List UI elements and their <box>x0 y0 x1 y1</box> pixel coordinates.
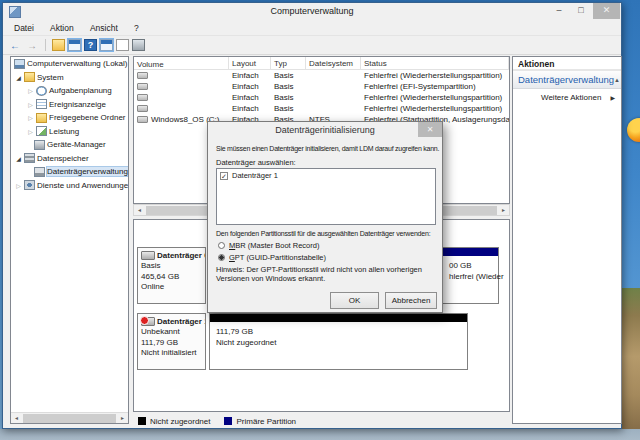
actions-section-disk-management[interactable]: Datenträgerverwaltung ▲ <box>513 71 621 89</box>
cancel-button[interactable]: Abbrechen <box>385 292 437 309</box>
disk1-label-box[interactable]: Datenträger 1 Unbekannt 111,79 GB Nicht … <box>137 313 206 370</box>
volume-icon <box>137 83 148 90</box>
table-row[interactable]: Einfach Basis Fehlerfrei (Wiederherstell… <box>134 92 509 103</box>
tree-item-event-viewer[interactable]: ▷ Ereignisanzeige <box>11 98 128 112</box>
toolbar: ← → ? <box>3 36 621 55</box>
more-actions-item[interactable]: Weitere Aktionen ▶ <box>513 89 621 105</box>
scroll-right-icon[interactable]: ► <box>498 207 509 213</box>
actions-header: Aktionen <box>513 57 621 71</box>
volume-icon <box>137 116 148 123</box>
volume-icon <box>137 94 148 101</box>
tree-item-device-manager[interactable]: Geräte-Manager <box>11 138 128 152</box>
menu-datei[interactable]: Datei <box>7 21 41 33</box>
dialog-close-icon[interactable]: ✕ <box>418 122 442 137</box>
menu-help[interactable]: ? <box>127 21 146 33</box>
expander-collapsed-icon[interactable]: ▷ <box>15 182 22 189</box>
console-tree-pane: Computerverwaltung (Lokal) ◢ System ▷ Au… <box>10 56 129 424</box>
shared-folder-icon <box>36 113 47 123</box>
dialog-message: Sie müssen einen Datenträger initialisie… <box>216 145 439 152</box>
expander-collapsed-icon[interactable]: ▷ <box>27 128 34 135</box>
col-typ[interactable]: Typ <box>271 57 306 69</box>
col-dateisystem[interactable]: Dateisystem <box>306 57 361 69</box>
disk-management-icon[interactable] <box>132 39 145 51</box>
select-disk-label: Datenträger auswählen: <box>216 158 296 167</box>
tree-item-performance[interactable]: ▷ Leistung <box>11 125 128 139</box>
event-log-icon <box>36 99 47 109</box>
tree-item-storage[interactable]: ◢ Datenspeicher <box>11 152 128 166</box>
device-manager-icon <box>34 140 45 150</box>
maximize-button[interactable]: □ <box>571 3 591 19</box>
disk-select-list[interactable]: ✓ Datenträger 1 <box>216 168 436 225</box>
disk1-partition-strip[interactable]: 111,79 GB Nicht zugeordnet <box>209 313 468 370</box>
clock-icon <box>36 86 47 96</box>
window-title: Computerverwaltung <box>3 6 621 16</box>
disk-drive-warning-icon <box>141 317 155 326</box>
disk0-partition-status-fragment: hlerfrei (Wieder <box>449 271 504 282</box>
up-level-icon[interactable] <box>52 39 65 51</box>
table-row[interactable]: Einfach Basis Fehlerfrei (Wiederherstell… <box>134 70 509 81</box>
col-layout[interactable]: Layout <box>229 57 271 69</box>
expander-collapsed-icon[interactable]: ▷ <box>27 87 34 94</box>
help-icon[interactable]: ? <box>84 39 97 51</box>
expander-expanded-icon[interactable]: ◢ <box>15 74 22 81</box>
radio-selected-icon[interactable] <box>218 254 225 261</box>
table-row[interactable]: Einfach Basis Fehlerfrei (Wiederherstell… <box>134 103 509 114</box>
tree-item-services-applications[interactable]: ▷ Dienste und Anwendungen <box>11 179 128 193</box>
scrollbar-thumb[interactable] <box>23 414 116 423</box>
partition-style-label: Den folgenden Partitionsstil für die aus… <box>216 230 430 237</box>
expander-expanded-icon[interactable]: ◢ <box>15 155 22 162</box>
minimize-button[interactable]: – <box>549 3 569 19</box>
computer-icon <box>14 59 25 69</box>
volume-icon <box>137 72 148 79</box>
volume-icon <box>137 105 148 112</box>
primary-partition-swatch <box>224 417 232 425</box>
services-icon <box>24 180 35 190</box>
tree-item-disk-management[interactable]: Datenträgerverwaltung <box>11 165 128 179</box>
tree-item-task-scheduler[interactable]: ▷ Aufgabenplanung <box>11 84 128 98</box>
table-row[interactable]: Einfach Basis Fehlerfrei (EFI-Systempart… <box>134 81 509 92</box>
tree-horizontal-scrollbar[interactable]: ◄ ► <box>11 412 128 423</box>
expander-collapsed-icon[interactable]: ▷ <box>27 101 34 108</box>
checkbox-checked[interactable]: ✓ <box>220 172 228 180</box>
disk0-partition-size-fragment: 00 GB <box>449 260 504 271</box>
wallpaper-bottom-strip <box>0 429 640 440</box>
submenu-arrow-icon: ▶ <box>610 94 615 101</box>
disk1-partition-status: Nicht zugeordnet <box>216 337 276 348</box>
disk-list-item[interactable]: ✓ Datenträger 1 <box>217 169 435 182</box>
close-button[interactable]: ✕ <box>593 3 620 19</box>
col-volume[interactable]: Volume <box>134 57 229 69</box>
actions-pane: Aktionen Datenträgerverwaltung ▲ Weitere… <box>512 56 622 424</box>
legend-primary-partition: Primäre Partition <box>224 417 296 426</box>
unallocated-band <box>210 314 467 322</box>
dialog-title: Datenträgerinitialisierung <box>208 122 442 139</box>
disk-drive-icon <box>141 251 155 260</box>
tree-item-computer-management[interactable]: Computerverwaltung (Lokal) <box>11 57 128 71</box>
refresh-icon[interactable] <box>116 39 129 51</box>
unallocated-swatch <box>138 417 146 425</box>
expander-collapsed-icon[interactable]: ▷ <box>27 114 34 121</box>
menu-aktion[interactable]: Aktion <box>43 21 81 33</box>
collapse-icon[interactable]: ▲ <box>614 77 620 83</box>
col-status[interactable]: Status <box>361 57 509 69</box>
back-icon[interactable]: ← <box>8 38 22 52</box>
show-action-pane-icon[interactable] <box>100 39 113 51</box>
show-console-tree-icon[interactable] <box>68 39 81 51</box>
radio-gpt[interactable]: GPT (GUID-Partitionstabelle) <box>218 253 326 262</box>
radio-unselected-icon[interactable] <box>218 242 225 249</box>
storage-icon <box>24 153 35 163</box>
titlebar[interactable]: Computerverwaltung – □ ✕ <box>3 3 621 21</box>
scroll-left-icon[interactable]: ◄ <box>11 415 22 421</box>
scroll-right-icon[interactable]: ► <box>117 415 128 421</box>
disk0-label-box[interactable]: Datenträger 0 Basis 465,64 GB Online <box>137 247 206 304</box>
disk1-partition-size: 111,79 GB <box>216 326 276 337</box>
forward-icon[interactable]: → <box>25 38 39 52</box>
ok-button[interactable]: OK <box>330 292 379 309</box>
menubar: Datei Aktion Ansicht ? <box>3 21 621 36</box>
firefox-icon[interactable] <box>627 118 640 142</box>
performance-icon <box>36 126 47 136</box>
menu-ansicht[interactable]: Ansicht <box>83 21 125 33</box>
tree-item-shared-folders[interactable]: ▷ Freigegebene Ordner <box>11 111 128 125</box>
radio-mbr[interactable]: MBR (Master Boot Record) <box>218 241 319 250</box>
tree-item-system[interactable]: ◢ System <box>11 71 128 85</box>
scroll-left-icon[interactable]: ◄ <box>134 207 145 213</box>
